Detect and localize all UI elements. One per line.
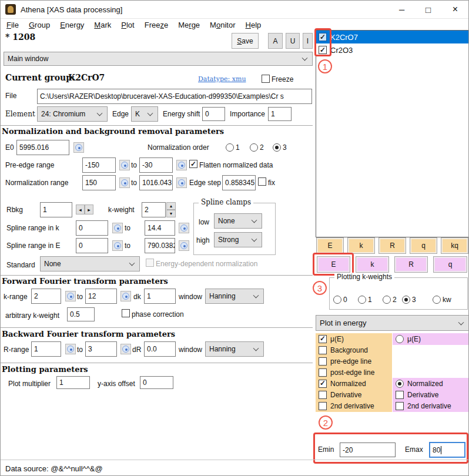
dr-input[interactable]: 0.0 xyxy=(144,341,176,357)
spline-k-from-pluck-button[interactable] xyxy=(112,223,123,233)
kweight-radio-kw[interactable] xyxy=(433,296,441,304)
order-radio-3[interactable] xyxy=(273,143,281,152)
plot-option[interactable]: Normalized xyxy=(316,378,392,389)
plot-current-r-button[interactable]: R xyxy=(378,237,406,254)
norm-from-input[interactable]: 150 xyxy=(82,175,116,190)
kweight-radio-0[interactable] xyxy=(333,296,341,304)
mark-none-button[interactable]: U xyxy=(286,33,300,49)
plot-option[interactable]: pre-edge line xyxy=(316,356,392,367)
plot-multiplier-input[interactable]: 1 xyxy=(56,376,90,389)
kweight-up-button[interactable]: ▴ xyxy=(166,202,176,210)
edge-step-input[interactable]: 0.858345 xyxy=(222,175,256,190)
pre-edge-to-pluck-button[interactable] xyxy=(176,160,187,170)
second-derivative-checkbox[interactable] xyxy=(319,402,327,410)
kweight-input[interactable]: 2 xyxy=(142,202,166,217)
e0-input[interactable]: 5995.016 xyxy=(16,140,69,155)
plot-option[interactable]: 2nd derivative xyxy=(393,400,468,411)
plot-current-q-button[interactable]: q xyxy=(410,237,437,254)
rbkg-input[interactable]: 1 xyxy=(40,202,72,217)
norm-from-pluck-button[interactable] xyxy=(119,177,130,188)
energy-shift-input[interactable]: 0 xyxy=(202,107,225,121)
pre-edge-from-pluck-button[interactable] xyxy=(119,160,130,170)
k-range-from-input[interactable]: 2 xyxy=(31,289,61,304)
rbkg-increment-button[interactable]: ▸ xyxy=(85,205,93,214)
plot-space-select[interactable]: Plot in energy xyxy=(316,315,469,331)
plot-marked-k-button[interactable]: k xyxy=(356,256,389,273)
plot-current-e-button[interactable]: E xyxy=(316,237,344,254)
r-range-from-input[interactable]: 1 xyxy=(31,341,61,357)
menu-plot[interactable]: Plot xyxy=(120,19,135,31)
plot-option[interactable]: Normalized xyxy=(393,378,468,389)
pre-edge-from-input[interactable]: -150 xyxy=(82,157,116,173)
edge-select[interactable]: K xyxy=(131,106,158,122)
spline-k-to-input[interactable]: 14.4 xyxy=(145,220,175,236)
main-window-select[interactable]: Main window xyxy=(4,52,313,66)
clamp-high-select[interactable]: Strong xyxy=(214,232,262,247)
emax-input[interactable]: 80 xyxy=(429,442,465,458)
maximize-button[interactable]: □ xyxy=(415,1,441,18)
arbitrary-kweight-input[interactable]: 0.5 xyxy=(67,307,95,321)
marked-normalized-radio[interactable] xyxy=(396,380,404,388)
plot-option[interactable]: μ(E) xyxy=(316,333,392,344)
menu-energy[interactable]: Energy xyxy=(59,19,85,31)
marked-second-derivative-checkbox[interactable] xyxy=(396,402,404,410)
plot-option[interactable]: 2nd derivative xyxy=(316,400,392,411)
background-checkbox[interactable] xyxy=(319,346,327,354)
pre-edge-to-input[interactable]: -30 xyxy=(139,157,173,173)
kweight-radio-2[interactable] xyxy=(383,296,391,304)
menu-merge[interactable]: Merge xyxy=(177,19,201,31)
menu-freeze[interactable]: Freeze xyxy=(143,19,170,31)
kweight-radio-3[interactable] xyxy=(402,296,410,304)
k-range-to-input[interactable]: 12 xyxy=(85,289,117,304)
flatten-checkbox[interactable] xyxy=(189,160,197,168)
derivative-checkbox[interactable] xyxy=(319,391,327,399)
energy-dependent-norm-checkbox[interactable] xyxy=(146,259,154,267)
k-range-from-pluck-button[interactable] xyxy=(65,291,76,301)
menu-mark[interactable]: Mark xyxy=(93,19,112,31)
mu-checkbox[interactable] xyxy=(319,335,327,343)
plot-option[interactable]: Background xyxy=(316,344,392,356)
k-range-to-pluck-button[interactable] xyxy=(120,291,131,301)
r-range-to-input[interactable]: 3 xyxy=(85,341,117,357)
marked-derivative-checkbox[interactable] xyxy=(396,391,404,399)
plot-current-kq-button[interactable]: kq xyxy=(441,237,468,254)
order-radio-1[interactable] xyxy=(226,143,234,152)
spline-e-to-input[interactable]: 790.0382 xyxy=(145,238,175,253)
group-list-item[interactable]: K2CrO7 xyxy=(316,31,468,43)
e0-pluck-button[interactable] xyxy=(73,142,84,153)
r-range-from-pluck-button[interactable] xyxy=(65,344,76,354)
kweight-radio-1[interactable] xyxy=(358,296,366,304)
spline-e-from-input[interactable]: 0 xyxy=(76,238,108,253)
post-edge-line-checkbox[interactable] xyxy=(319,368,327,377)
normalized-checkbox[interactable] xyxy=(319,380,327,388)
minimize-button[interactable]: ─ xyxy=(388,1,415,18)
plot-marked-r-button[interactable]: R xyxy=(394,256,428,273)
save-button[interactable]: Save xyxy=(232,33,259,49)
mark-invert-button[interactable]: I xyxy=(303,33,313,49)
file-input[interactable]: C:\Users\RAZER\Desktop\bruceravel-XAS-Ed… xyxy=(37,89,312,104)
bft-window-select[interactable]: Hanning xyxy=(205,341,264,357)
fix-checkbox[interactable] xyxy=(258,177,266,186)
y-axis-offset-input[interactable]: 0 xyxy=(140,376,173,389)
plot-options-right-mu[interactable]: μ(E) xyxy=(393,333,468,345)
kweight-down-button[interactable]: ▾ xyxy=(166,210,176,217)
marked-mu-radio[interactable] xyxy=(396,335,404,343)
standard-select[interactable]: None xyxy=(40,256,140,271)
plot-current-k-button[interactable]: k xyxy=(347,237,375,254)
element-select[interactable]: 24: Chromium xyxy=(37,106,108,122)
plot-option[interactable]: Derivative xyxy=(316,389,392,400)
phase-correction-checkbox[interactable] xyxy=(122,309,130,317)
plot-option[interactable]: Derivative xyxy=(393,389,468,400)
plot-option[interactable]: post-edge line xyxy=(316,367,392,378)
r-range-to-pluck-button[interactable] xyxy=(120,344,131,354)
spline-k-to-pluck-button[interactable] xyxy=(179,223,189,233)
importance-input[interactable]: 1 xyxy=(268,107,292,121)
rbkg-decrement-button[interactable]: ◂ xyxy=(76,205,85,214)
group-list-item[interactable]: Cr2O3 xyxy=(316,43,468,56)
emin-input[interactable]: -20 xyxy=(340,443,396,457)
fft-window-select[interactable]: Hanning xyxy=(205,289,264,304)
pre-edge-line-checkbox[interactable] xyxy=(319,357,327,366)
spline-k-from-input[interactable]: 0 xyxy=(76,220,108,236)
datatype-link[interactable]: Datatype: xmu xyxy=(198,75,246,83)
order-radio-2[interactable] xyxy=(250,143,258,152)
